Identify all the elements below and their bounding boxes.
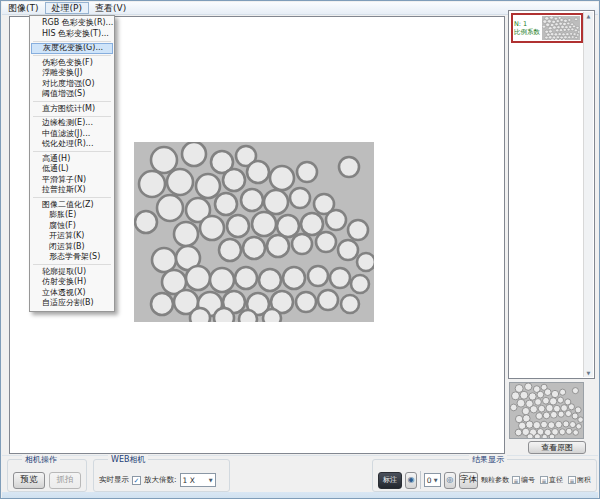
font-button[interactable]: 字体	[459, 472, 478, 489]
result-item-line1: N: 1	[514, 20, 540, 28]
menu-view[interactable]: 查看(V)	[89, 2, 132, 14]
web-camera-groupbox: WEB相机 实时显示 ✓ 放大倍数: 1 X ▼	[93, 459, 230, 492]
circle-mark-icon: ◉	[407, 476, 414, 484]
menu-item-10[interactable]: 直方图统计(M)	[30, 104, 114, 115]
menu-item-3[interactable]: 灰度化变换(G)...	[31, 43, 113, 54]
camera-groupbox: 相机操作 预览 抓拍	[7, 459, 87, 492]
menu-item-26[interactable]: 形态学骨架(S)	[30, 252, 114, 263]
toggle-mark-icon: ≡	[540, 476, 548, 484]
menu-item-22[interactable]: 膨胀(E)	[30, 210, 114, 221]
view-original-button[interactable]: 查看原图	[528, 441, 586, 454]
menu-item-16[interactable]: 高通(H)	[30, 154, 114, 165]
scroll-down-icon[interactable]: ▼	[584, 370, 593, 376]
result-display-groupbox: 结果显示 标注 ◉ 0 ▼ ◎ 字体 颗粒参数 ≡编号≡直径≡面积	[372, 459, 597, 492]
bottom-toolbar: 相机操作 预览 抓拍 WEB相机 实时显示 ✓ 放大倍数: 1 X ▼ 打开图像…	[2, 455, 598, 492]
toggle-label: 直径	[549, 475, 563, 485]
zoom-factor-value: 1 X	[183, 476, 195, 485]
toggle-mark-icon: ≡	[568, 476, 576, 484]
menu-item-24[interactable]: 开运算(K)	[30, 231, 114, 242]
menu-separator	[33, 264, 111, 265]
menu-separator	[33, 101, 111, 102]
target-mark-button[interactable]: ◎	[444, 472, 456, 489]
menu-separator	[33, 41, 111, 42]
pen-size-value: 0	[427, 476, 432, 485]
pen-size-combo[interactable]: 0 ▼	[424, 473, 441, 487]
menu-item-13[interactable]: 中值滤波(J)...	[30, 129, 114, 140]
result-item-thumbnail	[542, 16, 580, 40]
live-view-checkbox[interactable]: ✓	[132, 476, 141, 485]
chevron-down-icon: ▼	[434, 477, 438, 483]
menu-item-8[interactable]: 阈值增强(S)	[30, 89, 114, 100]
menu-item-21[interactable]: 图像二值化(Z)	[30, 200, 114, 211]
overview-thumbnail	[509, 382, 584, 439]
zoom-factor-combo[interactable]: 1 X ▼	[180, 473, 216, 487]
toggle-mark-icon: ≡	[512, 476, 520, 484]
preview-button[interactable]: 预览	[13, 472, 45, 489]
menu-item-17[interactable]: 低通(L)	[30, 164, 114, 175]
menu-item-29[interactable]: 仿射变换(H)	[30, 277, 114, 288]
snapshot-button[interactable]: 抓拍	[49, 472, 81, 489]
menu-item-25[interactable]: 闭运算(B)	[30, 242, 114, 253]
toggle-label: 编号	[521, 475, 535, 485]
menu-item-18[interactable]: 平滑算子(N)	[30, 175, 114, 186]
menu-item-5[interactable]: 伪彩色变换(F)	[30, 58, 114, 69]
result-list-item[interactable]: N: 1 比例系数	[511, 13, 583, 43]
result-item-text: N: 1 比例系数	[514, 20, 540, 36]
menu-item-7[interactable]: 对比度增强(O)	[30, 79, 114, 90]
menu-item-0[interactable]: RGB 色彩变换(R)...	[30, 18, 114, 29]
menu-item-6[interactable]: 浮雕变换(J)	[30, 68, 114, 79]
menu-item-14[interactable]: 锐化处理(R)...	[30, 139, 114, 150]
menu-process[interactable]: 处理(P)	[45, 2, 89, 14]
scroll-up-icon[interactable]: ▲	[584, 13, 593, 19]
result-toggle-0[interactable]: ≡编号	[512, 475, 535, 485]
menu-separator	[33, 116, 111, 117]
zoom-factor-label: 放大倍数:	[144, 475, 177, 485]
window-bottom-frame	[2, 492, 598, 499]
web-group-label: WEB相机	[108, 455, 148, 464]
result-item-line2: 比例系数	[514, 28, 540, 36]
annotate-button[interactable]: 标注	[378, 472, 402, 489]
menu-item-23[interactable]: 腐蚀(F)	[30, 221, 114, 232]
particle-params-label: 颗粒参数	[481, 475, 509, 485]
menu-separator	[33, 151, 111, 152]
result-toggle-1[interactable]: ≡直径	[540, 475, 563, 485]
chevron-down-icon: ▼	[209, 477, 213, 483]
menu-item-31[interactable]: 自适应分割(B)	[30, 298, 114, 309]
toolbar-separator	[420, 471, 421, 489]
results-list-panel: N: 1 比例系数 ▲ ▼	[508, 10, 595, 379]
menu-separator	[33, 55, 111, 56]
menu-item-1[interactable]: HIS 色彩变换(T)...	[30, 29, 114, 40]
target-mark-icon: ◎	[446, 476, 453, 484]
app-window: 图像(T) 处理(P) 查看(V) RGB 色彩变换(R)...HIS 色彩变换…	[0, 0, 600, 499]
sidebar-scrollbar[interactable]: ▲ ▼	[583, 12, 593, 377]
live-view-label: 实时显示	[99, 475, 129, 485]
result-toggle-2[interactable]: ≡面积	[568, 475, 591, 485]
camera-group-label: 相机操作	[22, 455, 60, 464]
menu-item-30[interactable]: 立体透视(X)	[30, 288, 114, 299]
specimen-image	[134, 142, 374, 322]
menu-item-28[interactable]: 轮廓提取(U)	[30, 267, 114, 278]
process-menu-dropdown: RGB 色彩变换(R)...HIS 色彩变换(T)...灰度化变换(G)...伪…	[29, 15, 115, 312]
menu-separator	[33, 197, 111, 198]
menu-item-12[interactable]: 边缘检测(E)...	[30, 118, 114, 129]
menu-item-19[interactable]: 拉普拉斯(X)	[30, 185, 114, 196]
toggle-label: 面积	[577, 475, 591, 485]
menu-image[interactable]: 图像(T)	[2, 2, 45, 14]
result-group-label: 结果显示	[469, 455, 507, 464]
circle-mark-button[interactable]: ◉	[405, 472, 417, 489]
